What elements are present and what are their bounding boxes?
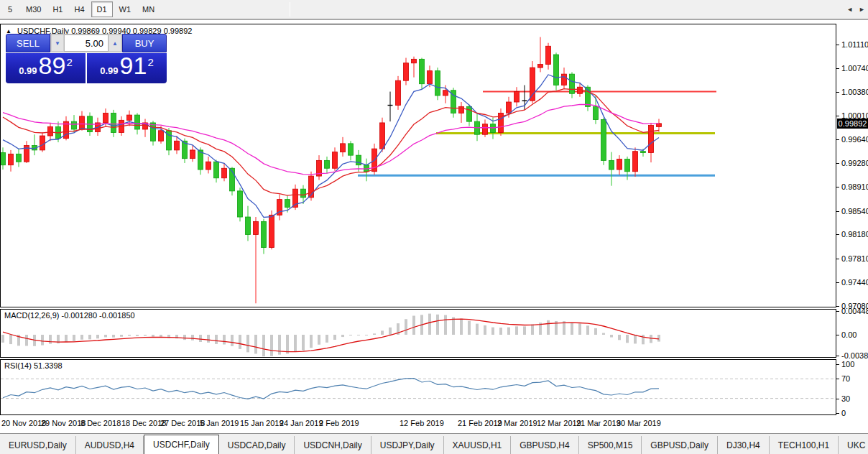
- chart-tab-usdjpy-daily[interactable]: USDJPY,Daily: [371, 436, 444, 454]
- chart-tab-gbpusd-h4[interactable]: GBPUSD,H4: [511, 436, 578, 454]
- rsi-axis-label: 0: [841, 409, 846, 417]
- price-tick-label: 1.00740: [841, 64, 868, 73]
- axis-tick: [836, 234, 839, 235]
- sell-price-prefix: 0.99: [19, 65, 37, 76]
- axis-tick: [836, 92, 839, 93]
- chart-tab-usdcad-daily[interactable]: USDCAD,Daily: [219, 436, 295, 454]
- timeframe-button-d1[interactable]: D1: [91, 1, 113, 17]
- axis-tick: [836, 163, 839, 164]
- chart-tab-eurusd-daily[interactable]: EURUSD,Daily: [0, 436, 76, 454]
- price-tick-label: 0.99640: [841, 135, 868, 144]
- date-tick-label: 15 Jan 2019: [240, 419, 284, 427]
- rsi-pane[interactable]: [0, 359, 836, 415]
- date-tick-label: 21 Mar 2019: [576, 419, 621, 427]
- rsi-axis-label: 30: [841, 394, 850, 403]
- rsi-label: RSI(14) 51.3398: [4, 361, 63, 370]
- volume-stepper: ▼ ▲: [50, 34, 122, 52]
- one-click-trade-panel: SELL ▼ ▲ BUY 0.99 89 2 0.99 91 2: [6, 34, 167, 83]
- timeframe-button-5[interactable]: 5: [1, 1, 19, 17]
- chart-tab-gbpusd-daily[interactable]: GBPUSD,Daily: [642, 436, 718, 454]
- axis-tick: [836, 379, 839, 379]
- axis-tick: [836, 116, 839, 116]
- axis-tick: [836, 311, 839, 312]
- macd-label: MACD(12,26,9) -0.001280 -0.001850: [4, 311, 135, 320]
- date-tick-label: 24 Jan 2019: [280, 419, 323, 427]
- chart-tab-usdchf-daily[interactable]: USDCHF,Daily: [144, 435, 219, 454]
- buy-price-prefix: 0.99: [100, 65, 118, 76]
- date-tick-label: 5 Jan 2019: [200, 419, 239, 427]
- date-tick-label: 27 Dec 2018: [160, 419, 205, 427]
- price-axis[interactable]: 1.011101.007401.003801.000100.996400.992…: [836, 20, 868, 433]
- macd-axis-label: -0.003883: [841, 351, 868, 360]
- date-tick-label: 29 Nov 2018: [41, 419, 86, 427]
- axis-tick: [836, 399, 839, 399]
- date-tick-label: 12 Feb 2019: [400, 419, 444, 427]
- timeframe-button-w1[interactable]: W1: [114, 1, 137, 17]
- rsi-axis-label: 100: [841, 360, 854, 369]
- axis-tick: [836, 282, 839, 283]
- axis-tick: [836, 211, 839, 212]
- price-tick-label: 0.98910: [841, 182, 868, 191]
- date-tick-label: 21 Feb 2019: [458, 419, 502, 427]
- tab-scroll-left-icon[interactable]: ◄: [846, 6, 853, 13]
- volume-increase-icon[interactable]: ▲: [108, 34, 121, 52]
- chart-tab-xauusd-h1[interactable]: XAUUSD,H1: [444, 436, 512, 454]
- toolbar-separator: [290, 2, 290, 17]
- date-tick-label: 30 Mar 2019: [617, 419, 661, 427]
- date-axis[interactable]: 20 Nov 201829 Nov 20188 Dec 201818 Dec 2…: [0, 416, 836, 433]
- axis-tick: [836, 413, 839, 414]
- axis-tick: [836, 187, 839, 187]
- axis-tick: [836, 356, 839, 356]
- macd-axis-label: 0.00: [841, 330, 857, 339]
- timeframe-toolbar: 5M30H1H4D1W1MN: [0, 0, 868, 20]
- timeframe-button-h4[interactable]: H4: [69, 1, 89, 17]
- date-tick-label: 20 Nov 2018: [1, 419, 46, 427]
- date-tick-label: 2 Mar 2019: [497, 419, 537, 427]
- chart-tab-dj30-h4[interactable]: DJ30,H4: [718, 436, 770, 454]
- chart-tab-audusd-h4[interactable]: AUDUSD,H4: [76, 436, 144, 454]
- macd-axis-label: 0.004487: [841, 307, 868, 315]
- tab-scroll-right-icon[interactable]: ►: [859, 6, 865, 13]
- volume-decrease-icon[interactable]: ▼: [51, 34, 64, 52]
- date-tick-label: 2 Feb 2019: [319, 419, 359, 427]
- chart-tab-tech100-h1[interactable]: TECH100,H1: [770, 436, 839, 454]
- price-tick-label: 0.98540: [841, 207, 868, 216]
- axis-tick: [836, 45, 839, 45]
- buy-quote-button[interactable]: 0.99 91 2: [87, 53, 167, 83]
- tab-scroll-controls: ◄ ►: [842, 6, 865, 13]
- volume-input[interactable]: [64, 34, 108, 52]
- date-tick-label: 8 Dec 2018: [80, 419, 121, 427]
- price-tick-label: 0.97440: [841, 278, 868, 287]
- buy-price-pips: 91: [120, 55, 147, 76]
- timeframe-button-h1[interactable]: H1: [47, 1, 68, 17]
- timeframe-button-m30[interactable]: M30: [21, 1, 46, 17]
- axis-tick: [836, 306, 839, 307]
- chart-tab-usdcnh-daily[interactable]: USDCNH,Daily: [295, 436, 371, 454]
- price-tick-label: 1.01110: [841, 40, 868, 49]
- sell-quote-button[interactable]: 0.99 89 2: [6, 53, 86, 83]
- sell-button[interactable]: SELL: [6, 34, 50, 52]
- axis-tick: [836, 259, 839, 259]
- timeframe-button-mn[interactable]: MN: [137, 1, 160, 17]
- date-tick-label: 12 Mar 2019: [537, 419, 581, 427]
- chart-tab-sp500-m15[interactable]: SP500,M15: [579, 436, 642, 454]
- sell-price-point: 2: [66, 56, 72, 68]
- symbol-tab-bar: EURUSD,DailyAUDUSD,H4USDCHF,DailyUSDCAD,…: [0, 433, 868, 454]
- axis-tick: [836, 364, 839, 365]
- price-tick-label: 1.00380: [841, 88, 868, 96]
- price-tick-label: 0.98180: [841, 230, 868, 238]
- axis-tick: [836, 68, 839, 69]
- price-tick-label: 0.99280: [841, 159, 868, 167]
- buy-price-point: 2: [147, 56, 153, 68]
- axis-tick: [836, 335, 839, 335]
- mt4-window: 5M30H1H4D1W1MN ▲ USDCHF,Daily 0.99869 0.…: [0, 0, 868, 454]
- rsi-axis-label: 70: [841, 374, 850, 383]
- axis-tick: [836, 139, 839, 140]
- sell-price-pips: 89: [39, 55, 66, 76]
- price-tick-label: 0.97810: [841, 254, 868, 263]
- current-price-badge: 0.99892: [837, 119, 868, 129]
- chart-tab-ukc[interactable]: UKC: [839, 436, 868, 454]
- buy-button[interactable]: BUY: [122, 34, 167, 52]
